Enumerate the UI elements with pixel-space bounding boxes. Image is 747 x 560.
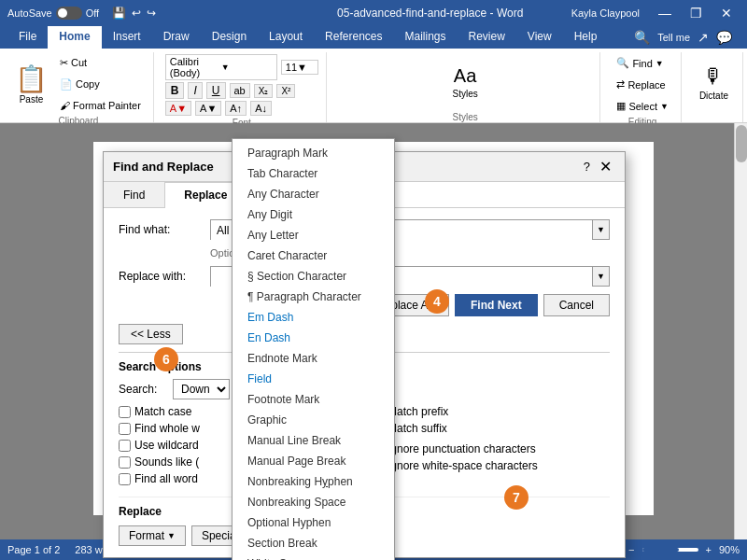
special-item-nonbreaking-hyphen[interactable]: Nonbreaking Hyphen bbox=[233, 471, 394, 492]
minimize-button[interactable]: — bbox=[651, 4, 679, 22]
font-size-value: 11 bbox=[286, 62, 297, 73]
comments-icon[interactable]: 💬 bbox=[716, 30, 732, 45]
special-item-footnote-mark[interactable]: Footnote Mark bbox=[233, 389, 394, 410]
main-content: Some sample text in the Word document wi… bbox=[0, 123, 747, 539]
special-item-any-character[interactable]: Any Character bbox=[233, 184, 394, 204]
find-whole-checkbox[interactable] bbox=[119, 423, 131, 435]
share-icon[interactable]: ↗ bbox=[698, 30, 709, 45]
close-button[interactable]: ✕ bbox=[713, 4, 740, 22]
tab-draw[interactable]: Draw bbox=[152, 26, 201, 49]
autosave-toggle[interactable]: AutoSave Off bbox=[7, 7, 99, 20]
clipboard-group: 📋 Paste ✂ Cut 📄 Copy 🖌 Format Painter Cl… bbox=[4, 52, 154, 122]
find-button[interactable]: 🔍 Find ▼ bbox=[612, 54, 673, 72]
dictate-group: 🎙 Dictate bbox=[685, 52, 743, 122]
search-direction-select[interactable]: Down Up All bbox=[173, 379, 230, 399]
special-item-any-digit[interactable]: Any Digit bbox=[233, 204, 394, 225]
match-case-checkbox[interactable] bbox=[119, 406, 131, 418]
font-items: Calibri (Body) ▼ 11 ▼ B I U ab X₂ X² bbox=[165, 54, 318, 116]
replace-with-label: Replace with: bbox=[119, 270, 203, 283]
special-item-caret-character[interactable]: Caret Character bbox=[233, 245, 394, 266]
zoom-out-button[interactable]: − bbox=[628, 544, 634, 555]
autosave-switch[interactable] bbox=[56, 7, 82, 20]
dialog-help-button[interactable]: ? bbox=[578, 160, 596, 174]
format-painter-button[interactable]: 🖌 Format Painter bbox=[55, 97, 146, 114]
special-item-nonbreaking-space[interactable]: Nonbreaking Space bbox=[233, 492, 394, 512]
special-item-section-character[interactable]: § Section Character bbox=[233, 266, 394, 287]
special-item-graphic[interactable]: Graphic bbox=[233, 410, 394, 430]
italic-button[interactable]: I bbox=[188, 82, 202, 99]
special-item-paragraph-character[interactable]: ¶ Paragraph Character bbox=[233, 287, 394, 307]
special-item-optional-hyphen[interactable]: Optional Hyphen bbox=[233, 512, 394, 533]
bold-button[interactable]: B bbox=[165, 82, 185, 99]
less-button[interactable]: << Less bbox=[119, 324, 183, 344]
search-icon[interactable]: 🔍 bbox=[634, 30, 650, 45]
user-name: Kayla Claypool bbox=[571, 7, 640, 19]
font-size-selector[interactable]: 11 ▼ bbox=[281, 60, 318, 75]
zoom-level: 90% bbox=[719, 544, 740, 555]
font-size-arrow: ▼ bbox=[297, 62, 307, 73]
special-item-paragraph-mark[interactable]: Paragraph Mark bbox=[233, 143, 394, 163]
strikethrough-button[interactable]: ab bbox=[230, 83, 250, 98]
font-name-selector[interactable]: Calibri (Body) ▼ bbox=[165, 54, 277, 80]
zoom-slider[interactable] bbox=[642, 548, 698, 552]
special-item-tab-character[interactable]: Tab Character bbox=[233, 163, 394, 184]
font-size-up-button[interactable]: A↑ bbox=[225, 101, 247, 116]
special-item-any-letter[interactable]: Any Letter bbox=[233, 225, 394, 245]
title-bar-right: Kayla Claypool — ❐ ✕ bbox=[571, 4, 740, 22]
highlight-button[interactable]: A▼ bbox=[195, 101, 221, 116]
special-item-em-dash[interactable]: Em Dash bbox=[233, 307, 394, 328]
format-button[interactable]: Format ▼ bbox=[119, 525, 186, 546]
special-item-en-dash[interactable]: En Dash bbox=[233, 328, 394, 348]
replace-button[interactable]: ⇄ Replace bbox=[612, 76, 673, 93]
dialog-tab-find[interactable]: Find bbox=[104, 182, 164, 207]
tab-home[interactable]: Home bbox=[48, 26, 101, 49]
superscript-button[interactable]: X² bbox=[276, 84, 295, 98]
replace-with-dropdown[interactable]: ▼ bbox=[592, 267, 609, 286]
find-next-button[interactable]: Find Next bbox=[455, 294, 538, 316]
subscript-button[interactable]: X₂ bbox=[254, 84, 274, 98]
paste-label: Paste bbox=[20, 94, 44, 105]
find-all-word-label: Find all word bbox=[134, 472, 198, 485]
special-item-white-space[interactable]: White Space bbox=[233, 553, 394, 560]
special-item-endnote-mark[interactable]: Endnote Mark bbox=[233, 348, 394, 369]
font-size-down-button[interactable]: A↓ bbox=[250, 101, 272, 116]
tab-references[interactable]: References bbox=[314, 26, 393, 49]
search-label: Search: bbox=[119, 383, 165, 396]
special-item-section-break[interactable]: Section Break bbox=[233, 533, 394, 553]
paste-icon: 📋 bbox=[15, 63, 48, 94]
tab-file[interactable]: File bbox=[7, 26, 48, 49]
cut-button[interactable]: ✂ Cut bbox=[55, 54, 146, 72]
font-color-button[interactable]: A▼ bbox=[165, 101, 191, 116]
zoom-in-button[interactable]: + bbox=[706, 544, 712, 555]
copy-button[interactable]: 📄 Copy bbox=[55, 76, 146, 93]
dictate-button[interactable]: 🎙 Dictate bbox=[693, 54, 735, 110]
styles-group: Aa Styles Styles bbox=[331, 52, 601, 122]
special-item-manual-line-break[interactable]: Manual Line Break bbox=[233, 430, 394, 451]
tab-design[interactable]: Design bbox=[201, 26, 258, 49]
tab-layout[interactable]: Layout bbox=[258, 26, 314, 49]
tab-insert[interactable]: Insert bbox=[102, 26, 152, 49]
sounds-like-label: Sounds like ( bbox=[134, 455, 199, 469]
underline-button[interactable]: U bbox=[206, 82, 226, 99]
styles-button[interactable]: Aa Styles bbox=[445, 54, 484, 110]
restore-button[interactable]: ❐ bbox=[683, 4, 710, 22]
tab-help[interactable]: Help bbox=[563, 26, 609, 49]
styles-items: Aa Styles bbox=[445, 54, 484, 110]
tab-view[interactable]: View bbox=[516, 26, 563, 49]
find-all-word-checkbox[interactable] bbox=[119, 473, 131, 485]
special-item-manual-page-break[interactable]: Manual Page Break bbox=[233, 451, 394, 471]
use-wildcard-checkbox[interactable] bbox=[119, 440, 131, 452]
find-what-dropdown[interactable]: ▼ bbox=[592, 220, 609, 239]
dictate-label: Dictate bbox=[699, 91, 728, 101]
special-item-field[interactable]: Field bbox=[233, 369, 394, 389]
sounds-like-checkbox[interactable] bbox=[119, 456, 131, 469]
cancel-button[interactable]: Cancel bbox=[543, 294, 610, 316]
clipboard-items: 📋 Paste ✂ Cut 📄 Copy 🖌 Format Painter bbox=[11, 54, 146, 114]
match-case-label: Match case bbox=[134, 405, 191, 418]
cut-copy-format: ✂ Cut 📄 Copy 🖌 Format Painter bbox=[55, 54, 146, 114]
tab-mailings[interactable]: Mailings bbox=[393, 26, 457, 49]
tab-review[interactable]: Review bbox=[458, 26, 516, 49]
paste-button[interactable]: 📋 Paste bbox=[11, 60, 51, 108]
dialog-close-button[interactable]: ✕ bbox=[596, 158, 615, 175]
select-button[interactable]: ▦ Select ▼ bbox=[612, 97, 673, 115]
